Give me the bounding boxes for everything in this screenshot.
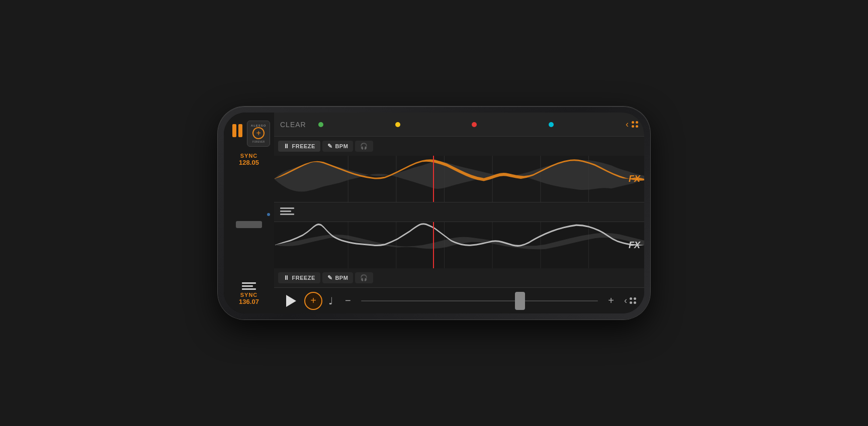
deck-indicator-dot (267, 213, 270, 216)
playhead-bottom (433, 222, 434, 268)
phone-screen: ALESSO + FOREVER SYNC 128.05 (224, 113, 644, 313)
clear-button[interactable]: CLEAR (280, 121, 306, 129)
middle-section (274, 202, 644, 222)
pause-bar-right (238, 124, 242, 137)
deck-bottom-waveform[interactable]: FX (274, 222, 644, 268)
cue-dot-red[interactable] (472, 122, 477, 127)
volume-slider-container (236, 166, 262, 282)
pause-icon-freeze: ⏸ (283, 143, 290, 150)
deck-top-controls: ⏸ FREEZE ✎ BPM 🎧 (274, 137, 644, 156)
add-track-button[interactable]: + (304, 292, 322, 310)
pause-icon-freeze-bottom: ⏸ (283, 274, 290, 281)
tempo-thumb[interactable] (515, 292, 525, 310)
sync-label-bottom[interactable]: SYNC (239, 292, 259, 298)
waveform-svg-bottom (274, 222, 644, 268)
bpm-bottom: 136.07 (239, 298, 259, 305)
eq-line-3 (242, 288, 256, 290)
minus-button[interactable]: − (345, 295, 351, 306)
back-grid-button-top[interactable]: ‹ (626, 119, 638, 130)
sync-bottom: SYNC 136.07 (239, 292, 259, 305)
back-arrow-icon-bottom: ‹ (624, 295, 627, 306)
hamburger-menu[interactable] (280, 207, 294, 215)
play-icon (286, 295, 296, 307)
top-toolbar: CLEAR ‹ (274, 113, 644, 137)
sync-label-top[interactable]: SYNC (239, 153, 259, 159)
plus-button[interactable]: + (608, 295, 614, 306)
tempo-track[interactable] (361, 300, 598, 301)
sync-top: SYNC 128.05 (239, 153, 259, 166)
pause-button[interactable] (228, 120, 247, 142)
fx-label-top[interactable]: FX (629, 174, 640, 184)
bpm-top: 128.05 (239, 159, 259, 166)
waveforms-container: FX (274, 156, 644, 268)
bpm-button-top[interactable]: ✎ BPM (322, 141, 353, 152)
grid-dots-icon (632, 121, 638, 128)
eq-line-2 (242, 285, 253, 287)
cue-dot-yellow[interactable] (395, 122, 400, 127)
headphone-icon-bottom: 🎧 (360, 274, 368, 281)
back-arrow-icon: ‹ (626, 119, 629, 130)
grid-dots-icon-bottom (630, 297, 636, 304)
deck-top-waveform[interactable]: FX (274, 156, 644, 202)
album-add-button[interactable]: + (252, 127, 265, 139)
bpm-button-bottom[interactable]: ✎ BPM (322, 272, 353, 283)
left-sidebar: ALESSO + FOREVER SYNC 128.05 (224, 113, 274, 313)
edit-icon-bpm-bottom: ✎ (327, 274, 333, 281)
tempo-slider-area (361, 300, 598, 301)
waveform-svg-top (274, 156, 644, 202)
deck-bottom-controls: ⏸ FREEZE ✎ BPM 🎧 (274, 268, 644, 287)
freeze-button-bottom[interactable]: ⏸ FREEZE (278, 272, 320, 283)
main-content: CLEAR ‹ ⏸ (274, 113, 644, 313)
pause-bar-left (232, 124, 236, 137)
play-button[interactable] (282, 292, 300, 310)
cue-dot-cyan[interactable] (549, 122, 554, 127)
headphone-button-top[interactable]: 🎧 (355, 141, 373, 152)
volume-slider[interactable] (236, 221, 262, 228)
headphone-icon-top: 🎧 (360, 143, 368, 150)
eq-menu-button[interactable] (242, 282, 256, 290)
album-art[interactable]: ALESSO + FOREVER (247, 121, 270, 147)
playhead-top (433, 156, 434, 202)
artist-line2: FOREVER (252, 140, 265, 143)
cue-dot-green[interactable] (318, 122, 323, 127)
fx-label-bottom[interactable]: FX (629, 240, 640, 251)
freeze-button-top[interactable]: ⏸ FREEZE (278, 141, 320, 152)
edit-icon-bpm: ✎ (327, 143, 333, 150)
back-grid-button-bottom[interactable]: ‹ (624, 295, 636, 306)
eq-line-1 (242, 282, 256, 284)
headphone-button-bottom[interactable]: 🎧 (355, 272, 373, 283)
note-icon[interactable]: ♩ (328, 295, 333, 307)
phone-frame: ALESSO + FOREVER SYNC 128.05 (218, 106, 650, 320)
bottom-toolbar: + ♩ − + ‹ (274, 287, 644, 313)
